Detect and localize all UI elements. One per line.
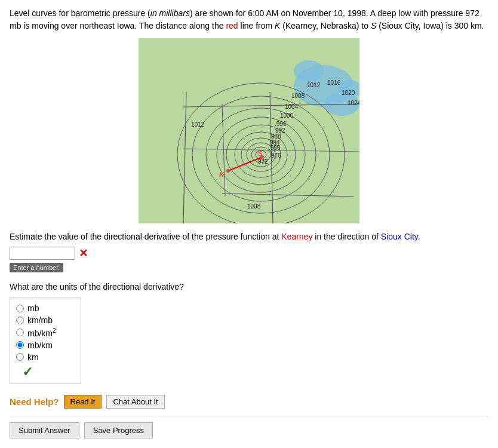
radio-mb-km[interactable] [16, 341, 24, 349]
label-1000: 1000 [280, 112, 294, 119]
label-996: .996 [275, 121, 287, 127]
radio-mb[interactable] [16, 305, 24, 312]
radio-item-mb-km[interactable]: mb/km [16, 340, 75, 350]
checkmark-icon: ✓ [22, 364, 33, 379]
k-point [226, 169, 230, 173]
need-help-label: Need Help? [10, 397, 59, 407]
label-1012-top: 1012 [307, 82, 321, 88]
label-1012-left: 1012 [191, 121, 205, 128]
label-1008-top: 1008 [291, 93, 305, 99]
label-972: 972 [258, 158, 268, 165]
label-976: 976 [271, 152, 281, 159]
radio-km[interactable] [16, 353, 24, 361]
radio-item-mb[interactable]: mb [16, 303, 75, 313]
help-row: Need Help? Read It Chat About It [10, 395, 488, 409]
bottom-bar: Submit Answer Save Progress [10, 416, 488, 438]
radio-item-km[interactable]: km [16, 352, 75, 362]
checkmark-container: ✓ [16, 364, 75, 380]
radio-mb-km2[interactable] [16, 329, 24, 336]
error-icon: ✕ [79, 247, 88, 260]
label-1020: 1020 [342, 90, 355, 96]
enter-hint: Enter a number. [10, 262, 488, 277]
radio-km-mb[interactable] [16, 317, 24, 324]
answer-input[interactable] [10, 247, 75, 260]
read-it-button[interactable]: Read It [64, 395, 102, 409]
label-mb-km: mb/km [27, 340, 53, 350]
answer-row: ✕ [10, 247, 488, 260]
radio-item-km-mb[interactable]: km/mb [16, 315, 75, 325]
k-label: K· [219, 171, 226, 178]
units-radio-group: mb km/mb mb/km2 mb/km km ✓ [10, 297, 81, 384]
save-progress-button[interactable]: Save Progress [84, 422, 153, 438]
barometric-map: 1012 1012 1016 1020 1024 1008 1004 1000 … [139, 38, 359, 223]
chat-about-it-button[interactable]: Chat About It [106, 395, 164, 409]
submit-answer-button[interactable]: Submit Answer [10, 422, 79, 438]
label-1024: 1024 [348, 100, 359, 106]
radio-item-mb-km2[interactable]: mb/km2 [16, 327, 75, 338]
label-1004: 1004 [285, 103, 299, 110]
label-1008-bottom: 1008 [247, 203, 261, 210]
intro-paragraph: Level curves for barometric pressure (in… [10, 7, 487, 32]
units-question-text: What are the units of the directional de… [10, 281, 488, 293]
map-container: 1012 1012 1016 1020 1024 1008 1004 1000 … [10, 38, 488, 223]
label-km: km [27, 352, 39, 362]
label-980: .980 [269, 145, 281, 151]
label-mb-km2: mb/km2 [27, 327, 56, 338]
s-label: ·S [256, 150, 263, 157]
question-text: Estimate the value of the directional de… [10, 231, 487, 243]
label-mb: mb [27, 303, 39, 313]
label-1016: 1016 [327, 79, 341, 86]
svg-point-4 [294, 60, 324, 82]
label-km-mb: km/mb [27, 315, 53, 325]
